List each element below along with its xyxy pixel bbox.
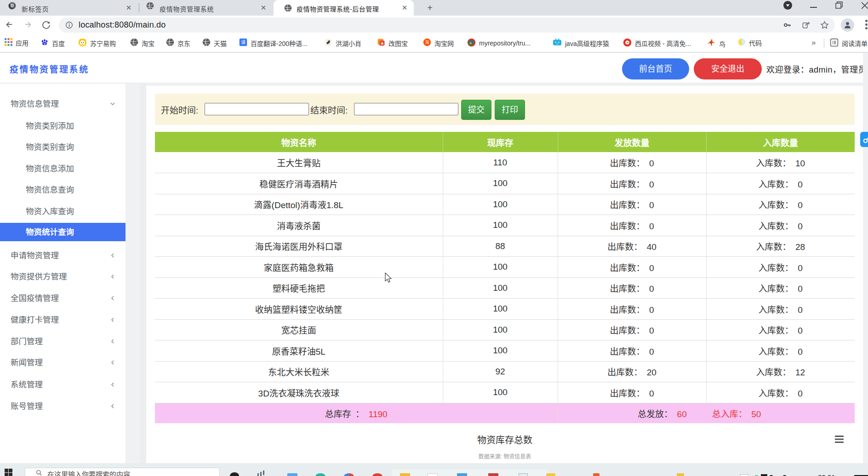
svg-text:译: 译: [241, 40, 246, 45]
svg-text:淘: 淘: [425, 40, 429, 45]
